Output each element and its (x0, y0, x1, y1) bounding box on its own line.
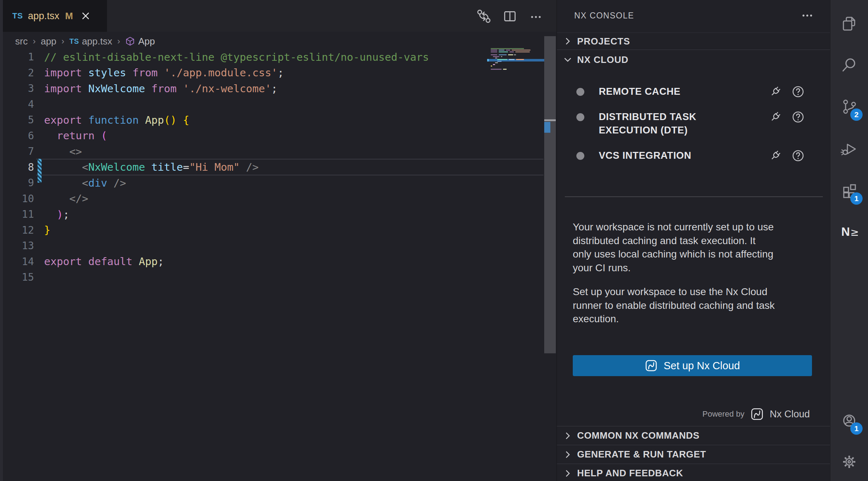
git-modified-badge: M (65, 10, 73, 22)
minimap-row (489, 56, 544, 57)
nx-cloud-logo-icon (750, 407, 764, 421)
panel-bottom-sections: COMMON NX COMMANDSGENERATE & RUN TARGETH… (557, 426, 830, 481)
code-line-6[interactable]: 6 return ( (3, 128, 484, 144)
feature-row: VCS INTEGRATION (557, 147, 830, 162)
code-text: ); (44, 208, 69, 221)
panel-more-actions-icon[interactable] (799, 7, 816, 24)
activity-extensions-icon[interactable]: 1 (841, 182, 858, 199)
window-left-edge (0, 0, 3, 481)
activity-accounts-icon[interactable]: 1 (841, 412, 858, 429)
feature-actions (769, 149, 805, 162)
activity-source-control-icon[interactable]: 2 (841, 98, 858, 115)
activity-explorer-icon[interactable] (841, 15, 858, 32)
minimap-row (489, 65, 544, 67)
code-line-14[interactable]: 14export default App; (3, 254, 484, 270)
breadcrumb-separator-icon: › (33, 36, 36, 46)
section-generate-run-target[interactable]: GENERATE & RUN TARGET (557, 445, 830, 464)
svg-text:N: N (841, 225, 850, 238)
setup-nx-cloud-button[interactable]: Set up Nx Cloud (573, 355, 812, 376)
connect-plug-icon[interactable] (769, 110, 782, 124)
minimap-row (489, 51, 544, 52)
line-number: 12 (3, 224, 34, 236)
activity-search-icon[interactable] (841, 56, 858, 74)
section-common-nx-commands[interactable]: COMMON NX COMMANDS (557, 426, 830, 445)
code-line-9[interactable]: 9 <div /> (3, 175, 484, 191)
panel-header: NX CONSOLE (557, 0, 830, 32)
editor-scrollbar[interactable] (544, 36, 556, 353)
status-bullet-icon (576, 88, 584, 96)
code-line-13[interactable]: 13 (3, 238, 484, 254)
more-actions-icon[interactable] (528, 8, 544, 25)
code-line-10[interactable]: 10 </> (3, 191, 484, 207)
minimap-row (489, 48, 544, 49)
minimap-row (489, 53, 544, 54)
section-projects[interactable]: PROJECTS (557, 33, 830, 50)
open-changes-icon[interactable] (476, 8, 492, 25)
editor-toolbar (476, 8, 544, 25)
setup-hint-text: Set up your workspace to use the Nx Clou… (573, 285, 826, 326)
tab-file-name: app.tsx (28, 10, 59, 22)
line-number: 5 (3, 114, 34, 126)
code-line-4[interactable]: 4 (3, 97, 484, 112)
tab-bar: TS app.tsx M (3, 0, 557, 32)
section-label: NX CLOUD (577, 54, 628, 65)
code-line-11[interactable]: 11 ); (3, 207, 484, 222)
code-line-8[interactable]: 8 <NxWelcome title="Hi Mom" /> (3, 159, 484, 175)
panel-title: NX CONSOLE (574, 11, 634, 21)
connect-plug-icon[interactable] (769, 85, 782, 98)
typescript-file-icon: TS (12, 11, 23, 21)
activity-settings-icon[interactable] (841, 453, 858, 471)
feature-row: DISTRIBUTED TASK EXECUTION (DTE) (557, 108, 830, 137)
scrollbar-modified-marker (544, 122, 550, 133)
code-line-2[interactable]: 2import styles from './app.module.css'; (3, 65, 484, 81)
tab-close-icon[interactable] (81, 11, 90, 21)
activity-nx-console-icon[interactable]: N≥ (841, 223, 858, 240)
status-bullet-icon (576, 152, 584, 160)
help-question-icon[interactable] (791, 85, 805, 98)
breadcrumb-symbol-app[interactable]: App (125, 36, 155, 47)
powered-by-label: Powered by (702, 409, 744, 419)
chevron-right-icon (563, 36, 573, 46)
code-line-5[interactable]: 5export function App() { (3, 112, 484, 128)
chevron-right-icon (563, 468, 573, 478)
code-line-3[interactable]: 3import NxWelcome from './nx-welcome'; (3, 81, 484, 97)
breadcrumb-file[interactable]: TS app.tsx (69, 36, 112, 47)
help-question-icon[interactable] (791, 149, 805, 162)
code-line-12[interactable]: 12} (3, 222, 484, 238)
line-number: 8 (3, 161, 34, 173)
code-line-1[interactable]: 1// eslint-disable-next-line @typescript… (3, 49, 484, 65)
scrollbar-cursor-tick (544, 119, 556, 121)
minimap-row (489, 58, 544, 59)
code-editor[interactable]: 1// eslint-disable-next-line @typescript… (3, 49, 484, 285)
breadcrumb-src[interactable]: src (15, 36, 28, 47)
line-number: 13 (3, 240, 34, 252)
activity-run-and-debug-icon[interactable] (841, 140, 858, 158)
line-number: 1 (3, 51, 34, 63)
code-line-7[interactable]: 7 <> (3, 144, 484, 159)
code-text: import styles from './app.module.css'; (44, 67, 284, 79)
breadcrumb-separator-icon: › (61, 36, 64, 46)
line-number: 3 (3, 82, 34, 94)
section-help-and-feedback[interactable]: HELP AND FEEDBACK (557, 464, 830, 481)
section-label: GENERATE & RUN TARGET (577, 449, 706, 460)
code-text: import NxWelcome from './nx-welcome'; (44, 82, 278, 95)
help-question-icon[interactable] (791, 110, 805, 124)
tab-app-tsx[interactable]: TS app.tsx M (3, 0, 107, 32)
status-bullet-icon (576, 113, 584, 121)
powered-by-row: Powered by Nx Cloud (557, 406, 810, 422)
section-nx-cloud[interactable]: NX CLOUD (557, 50, 830, 69)
code-text: <div /> (44, 177, 126, 189)
connect-plug-icon[interactable] (769, 149, 782, 162)
minimap[interactable] (487, 48, 544, 75)
editor-group: TS app.tsx M src › app › TS app.tsx (3, 0, 557, 481)
breadcrumb: src › app › TS app.tsx › App (15, 33, 155, 49)
line-number: 4 (3, 98, 34, 110)
badge: 1 (850, 192, 863, 205)
chevron-down-icon (563, 55, 573, 65)
chevron-right-icon (563, 431, 573, 441)
minimap-row (489, 54, 544, 55)
split-editor-icon[interactable] (502, 8, 518, 25)
minimap-row (489, 69, 544, 70)
breadcrumb-app[interactable]: app (41, 36, 56, 47)
code-line-15[interactable]: 15 (3, 269, 484, 285)
